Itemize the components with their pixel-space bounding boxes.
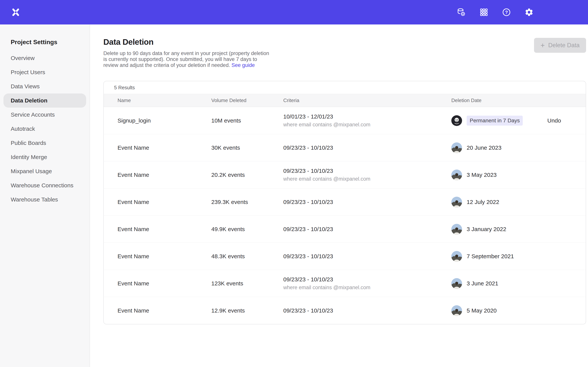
row-criteria: 09/23/23 - 10/10/23 [283,199,451,205]
row-volume: 30K events [211,144,283,151]
row-name: Event Name [118,280,211,287]
deletion-date: 5 May 2020 [467,307,497,314]
row-criteria-range: 09/23/23 - 10/10/23 [283,168,451,174]
top-navigation-bar: ? [0,0,588,25]
sidebar-item-warehouse-tables[interactable]: Warehouse Tables [0,192,90,207]
row-deletion-date-cell: 3 January 2022 [451,224,586,234]
row-criteria-filter: where email contains @mixpanel.com [283,285,451,291]
table-row: Event Name 239.3K events 09/23/23 - 10/1… [104,188,586,216]
data-settings-icon[interactable] [457,8,466,17]
table-header-row: Name Volume Deleted Criteria Deletion Da… [104,94,586,107]
row-criteria: 09/23/23 - 10/10/23 [283,226,451,233]
sidebar-item-data-deletion[interactable]: Data Deletion [3,93,86,108]
sidebar-title: Project Settings [0,39,90,46]
row-deletion-date-cell: 3 May 2023 [451,170,586,180]
settings-sidebar: Project Settings Overview Project Users … [0,25,90,367]
row-volume: 12.9K events [211,307,283,314]
deletion-date: 7 September 2021 [467,253,514,259]
cartoon-avatar [451,115,462,126]
row-criteria: 09/23/23 - 10/10/23 where email contains… [283,168,451,182]
sidebar-nav: Overview Project Users Data Views Data D… [0,51,90,207]
sidebar-item-autotrack[interactable]: Autotrack [0,122,90,136]
row-criteria: 10/01/23 - 12/01/23 where email contains… [283,113,451,128]
row-criteria-filter: where email contains @mixpanel.com [283,122,451,128]
row-name: Event Name [118,253,211,259]
column-header-criteria: Criteria [283,98,451,103]
row-criteria: 09/23/23 - 10/10/23 [283,144,451,151]
topbar-icon-group: ? [457,8,534,17]
row-volume: 239.3K events [211,199,283,205]
row-name: Event Name [118,199,211,205]
row-criteria-range: 09/23/23 - 10/10/23 [283,276,451,283]
row-deletion-date-cell: 7 September 2021 [451,251,586,262]
person-avatar [451,305,462,316]
row-deletion-date-cell: 3 June 2021 [451,278,586,289]
row-criteria: 09/23/23 - 10/10/23 where email contains… [283,276,451,291]
mixpanel-logo[interactable] [10,7,21,17]
person-avatar [451,197,462,207]
row-criteria-range: 09/23/23 - 10/10/23 [283,199,451,205]
table-row: Signup_login 10M events 10/01/23 - 12/01… [104,107,586,134]
sidebar-item-overview[interactable]: Overview [0,51,90,65]
row-name: Event Name [118,226,211,233]
deletion-requests-card: 5 Results Name Volume Deleted Criteria D… [103,81,586,324]
sidebar-item-public-boards[interactable]: Public Boards [0,136,90,150]
person-avatar [451,278,462,289]
page-description: Delete up to 90 days data for any event … [103,50,273,68]
column-header-volume-deleted: Volume Deleted [211,98,283,103]
row-criteria-range: 10/01/23 - 12/01/23 [283,113,451,120]
status-badge: Permanent in 7 Days [467,116,523,125]
row-criteria-range: 09/23/23 - 10/10/23 [283,144,451,151]
row-volume: 49.9K events [211,226,283,233]
row-criteria-range: 09/23/23 - 10/10/23 [283,253,451,259]
page-title: Data Deletion [103,37,586,47]
row-volume: 123K events [211,280,283,287]
deletion-date: 3 June 2021 [467,280,498,287]
row-deletion-date-cell: Permanent in 7 Days Undo [451,115,586,126]
page-header: Data Deletion Delete up to 90 days data … [103,37,586,68]
results-count: 5 Results [104,81,586,94]
sidebar-item-service-accounts[interactable]: Service Accounts [0,108,90,122]
row-volume: 20.2K events [211,172,283,178]
person-avatar [451,224,462,234]
table-row: Event Name 20.2K events 09/23/23 - 10/10… [104,161,586,188]
table-row: Event Name 30K events 09/23/23 - 10/10/2… [104,134,586,161]
deletion-date: 20 June 2023 [467,144,502,151]
sidebar-item-identity-merge[interactable]: Identity Merge [0,150,90,164]
row-name: Event Name [118,172,211,178]
table-row: Event Name 48.3K events 09/23/23 - 10/10… [104,242,586,270]
settings-icon[interactable] [524,8,534,17]
deletion-date: 3 January 2022 [467,226,506,233]
svg-text:?: ? [505,10,508,15]
sidebar-item-project-users[interactable]: Project Users [0,65,90,79]
undo-label: Undo [547,117,561,124]
table-row: Event Name 49.9K events 09/23/23 - 10/10… [104,216,586,242]
help-icon[interactable]: ? [502,8,511,17]
column-header-deletion-date: Deletion Date [451,98,586,103]
row-criteria: 09/23/23 - 10/10/23 [283,253,451,259]
row-criteria: 09/23/23 - 10/10/23 [283,307,451,314]
see-guide-link[interactable]: See guide [231,62,255,68]
person-avatar [451,142,462,153]
row-volume: 10M events [211,117,283,124]
sidebar-item-mixpanel-usage[interactable]: Mixpanel Usage [0,164,90,178]
row-name: Event Name [118,307,211,314]
delete-data-button[interactable]: + Delete Data [534,38,586,53]
main-content: Data Deletion Delete up to 90 days data … [90,25,588,367]
apps-grid-icon[interactable] [479,8,488,17]
row-criteria-filter: where email contains @mixpanel.com [283,176,451,182]
person-avatar [451,170,462,180]
row-criteria-range: 09/23/23 - 10/10/23 [283,307,451,314]
row-criteria-range: 09/23/23 - 10/10/23 [283,226,451,233]
deletion-date: 3 May 2023 [467,172,497,178]
sidebar-item-warehouse-connections[interactable]: Warehouse Connections [0,178,90,192]
row-name: Event Name [118,144,211,151]
sidebar-item-data-views[interactable]: Data Views [0,79,90,93]
row-deletion-date-cell: 12 July 2022 [451,197,586,207]
person-avatar [451,251,462,262]
deletion-date: 12 July 2022 [467,199,499,205]
undo-button[interactable]: Undo [535,117,561,124]
plus-icon: + [541,42,545,49]
table-row: Event Name 12.9K events 09/23/23 - 10/10… [104,297,586,324]
table-row: Event Name 123K events 09/23/23 - 10/10/… [104,270,586,297]
